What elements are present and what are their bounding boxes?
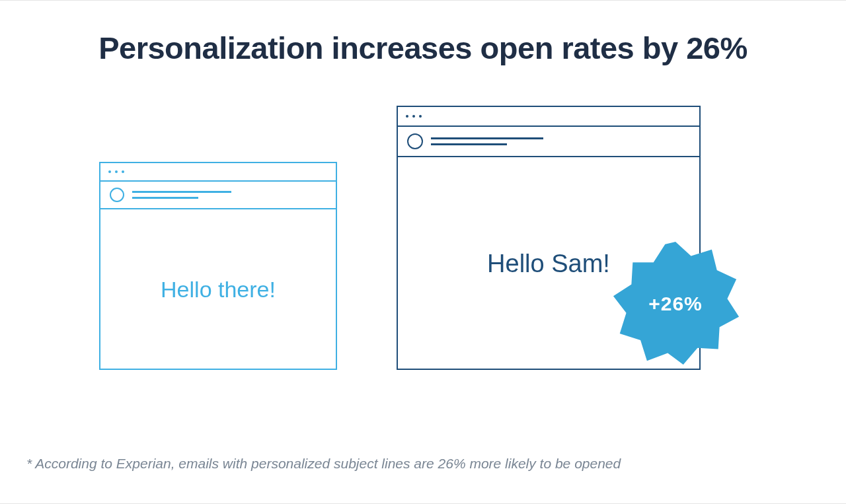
- window-dot-icon: [122, 170, 124, 173]
- email-body: Hello there!: [100, 211, 336, 369]
- personalized-greeting: Hello Sam!: [487, 250, 610, 278]
- avatar-icon: [110, 188, 124, 202]
- generic-greeting: Hello there!: [161, 277, 276, 303]
- window-dot-icon: [406, 115, 408, 118]
- diagram-area: Hello there! Hello Sam! +26%: [40, 66, 806, 410]
- window-dot-icon: [419, 115, 422, 118]
- avatar-icon: [407, 133, 423, 149]
- text-line-icon: [431, 143, 507, 145]
- text-line-icon: [132, 197, 198, 199]
- email-header-row: [398, 127, 699, 157]
- badge-label: +26%: [648, 293, 703, 315]
- headline: Personalization increases open rates by …: [40, 30, 806, 66]
- header-text-lines: [431, 137, 543, 145]
- window-dot-icon: [115, 170, 118, 173]
- text-line-icon: [132, 191, 231, 193]
- email-header-row: [100, 182, 336, 209]
- email-window-generic: Hello there!: [99, 162, 337, 370]
- window-titlebar: [100, 163, 336, 182]
- uplift-badge: +26%: [611, 239, 740, 369]
- window-dot-icon: [108, 170, 111, 173]
- text-line-icon: [431, 137, 543, 139]
- header-text-lines: [132, 191, 231, 199]
- footnote: * According to Experian, emails with per…: [26, 456, 621, 472]
- window-titlebar: [398, 107, 699, 127]
- window-dot-icon: [412, 115, 415, 118]
